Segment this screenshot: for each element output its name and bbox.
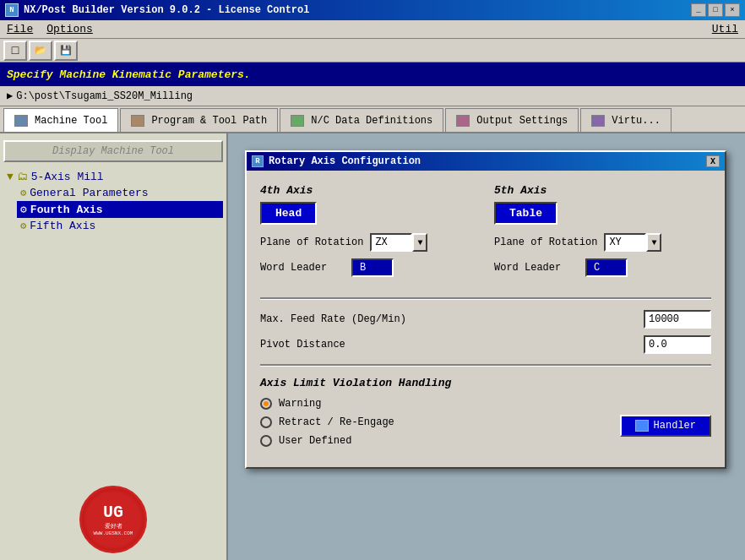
handler-button[interactable]: Handler bbox=[620, 415, 711, 437]
radio-warning-label: Warning bbox=[279, 398, 321, 410]
tree-item-fifth-axis[interactable]: ⚙ Fifth Axis bbox=[17, 218, 223, 234]
app-icon: N bbox=[5, 3, 19, 17]
tab-machine-tool-label: Machine Tool bbox=[35, 115, 107, 127]
axis4-plane-row: Plane of Rotation ZX ▼ bbox=[260, 233, 477, 252]
dialog-close-btn[interactable]: X bbox=[706, 155, 720, 167]
radio-user-defined[interactable] bbox=[260, 435, 272, 447]
axis5-plane-input: XY bbox=[604, 233, 646, 252]
radio-user-row: User Defined bbox=[260, 435, 394, 447]
tree-item-5axis-mill[interactable]: ▼ 🗂 5-Axis Mill bbox=[3, 169, 223, 185]
main-area: Display Machine Tool ▼ 🗂 5-Axis Mill ⚙ G… bbox=[0, 133, 745, 560]
window-title: NX/Post Builder Version 9.0.2 - License … bbox=[24, 4, 309, 16]
radio-options: Warning Retract / Re-Engage User Defined bbox=[260, 398, 394, 454]
tab-bar: Machine Tool Program & Tool Path N/C Dat… bbox=[0, 106, 745, 133]
axis4-plane-dropdown[interactable]: ZX ▼ bbox=[370, 233, 427, 252]
tab-program-label: Program & Tool Path bbox=[151, 115, 267, 127]
title-bar: N NX/Post Builder Version 9.0.2 - Licens… bbox=[0, 0, 745, 20]
axis4-label: 4th Axis bbox=[260, 184, 477, 197]
tab-virtual[interactable]: Virtu... bbox=[580, 108, 672, 132]
maximize-btn[interactable]: □ bbox=[708, 3, 723, 17]
axis5-plane-arrow[interactable]: ▼ bbox=[646, 233, 661, 252]
axis5-section: 5th Axis Table Plane of Rotation XY ▼ bbox=[494, 184, 711, 284]
dialog-title-text: Rotary Axis Configuration bbox=[269, 155, 421, 167]
axis4-plane-label: Plane of Rotation bbox=[260, 237, 363, 248]
axis-limit-label: Axis Limit Violation Handling bbox=[260, 377, 711, 389]
axis-row: 4th Axis Head Plane of Rotation ZX ▼ bbox=[260, 184, 711, 284]
axis4-plane-input: ZX bbox=[370, 233, 412, 252]
tab-machine-tool[interactable]: Machine Tool bbox=[3, 108, 118, 132]
radio-retract-label: Retract / Re-Engage bbox=[279, 416, 394, 428]
close-btn[interactable]: × bbox=[725, 3, 740, 17]
radio-retract-row: Retract / Re-Engage bbox=[260, 416, 394, 428]
bottom-row: Warning Retract / Re-Engage User Defined bbox=[260, 398, 711, 454]
axis4-section: 4th Axis Head Plane of Rotation ZX ▼ bbox=[260, 184, 477, 284]
save-button[interactable]: 💾 bbox=[54, 41, 78, 61]
tab-nc-data[interactable]: N/C Data Definitions bbox=[280, 108, 443, 132]
minimize-btn[interactable]: _ bbox=[691, 3, 706, 17]
pivot-label: Pivot Distance bbox=[260, 339, 345, 351]
axis4-word-row: Word Leader B bbox=[260, 258, 477, 277]
axis5-plane-label: Plane of Rotation bbox=[494, 237, 597, 248]
tab-program-tool-path[interactable]: Program & Tool Path bbox=[120, 108, 278, 132]
file-path: G:\post\Tsugami_SS20M_Milling bbox=[16, 90, 193, 102]
axis4-type-btn[interactable]: Head bbox=[260, 202, 317, 225]
content-area: R Rotary Axis Configuration X 4th Axis H… bbox=[228, 133, 745, 560]
axis4-word-label: Word Leader bbox=[260, 262, 345, 274]
separator1 bbox=[260, 297, 711, 300]
max-feed-label: Max. Feed Rate (Deg/Min) bbox=[260, 313, 406, 325]
tab-output-settings[interactable]: Output Settings bbox=[445, 108, 579, 132]
radio-user-label: User Defined bbox=[279, 435, 351, 447]
axis5-label: 5th Axis bbox=[494, 184, 711, 197]
pivot-input[interactable] bbox=[644, 335, 711, 354]
axis5-word-row: Word Leader C bbox=[494, 258, 711, 277]
radio-warning[interactable] bbox=[260, 398, 272, 410]
axis5-plane-dropdown[interactable]: XY ▼ bbox=[604, 233, 661, 252]
dialog-body: 4th Axis Head Plane of Rotation ZX ▼ bbox=[247, 171, 725, 467]
status-bar: Specify Machine Kinematic Parameters. bbox=[0, 63, 745, 86]
display-machine-tool-btn[interactable]: Display Machine Tool bbox=[3, 140, 223, 162]
menu-bar: File Options Util bbox=[0, 20, 745, 39]
separator2 bbox=[260, 364, 711, 367]
radio-warning-row: Warning bbox=[260, 398, 394, 410]
rotary-axis-dialog: R Rotary Axis Configuration X 4th Axis H… bbox=[245, 150, 726, 469]
open-button[interactable]: 📂 bbox=[29, 41, 52, 61]
axis4-word-input[interactable]: B bbox=[351, 258, 394, 277]
axis5-plane-row: Plane of Rotation XY ▼ bbox=[494, 233, 711, 252]
axis5-word-label: Word Leader bbox=[494, 262, 579, 274]
pivot-row: Pivot Distance bbox=[260, 335, 711, 354]
toolbar: □ 📂 💾 bbox=[0, 39, 745, 63]
axis5-type-btn[interactable]: Table bbox=[494, 202, 557, 225]
status-message: Specify Machine Kinematic Parameters. bbox=[7, 68, 251, 81]
max-feed-input[interactable] bbox=[644, 310, 711, 329]
sidebar: Display Machine Tool ▼ 🗂 5-Axis Mill ⚙ G… bbox=[0, 133, 228, 560]
new-button[interactable]: □ bbox=[3, 41, 27, 61]
menu-util[interactable]: Util bbox=[712, 23, 738, 35]
tab-output-label: Output Settings bbox=[476, 115, 568, 127]
dialog-icon: R bbox=[252, 155, 264, 167]
dialog-title-bar: R Rotary Axis Configuration X bbox=[247, 152, 725, 171]
tab-nc-label: N/C Data Definitions bbox=[311, 115, 432, 127]
handler-label: Handler bbox=[654, 420, 696, 432]
path-bar: ▶ G:\post\Tsugami_SS20M_Milling bbox=[0, 86, 745, 106]
tree-item-general-params[interactable]: ⚙ General Parameters bbox=[17, 185, 223, 201]
tree-item-fourth-axis[interactable]: ⚙ Fourth Axis bbox=[17, 201, 223, 218]
tab-virtual-label: Virtu... bbox=[612, 115, 661, 127]
ug-logo: UG 爱好者 WWW.UGSNX.COM bbox=[79, 486, 147, 553]
max-feed-row: Max. Feed Rate (Deg/Min) bbox=[260, 310, 711, 329]
radio-retract[interactable] bbox=[260, 416, 272, 428]
axis4-plane-arrow[interactable]: ▼ bbox=[412, 233, 427, 252]
axis5-word-input[interactable]: C bbox=[585, 258, 628, 277]
menu-file[interactable]: File bbox=[7, 23, 33, 35]
handler-icon bbox=[635, 420, 649, 432]
menu-options[interactable]: Options bbox=[46, 23, 93, 35]
